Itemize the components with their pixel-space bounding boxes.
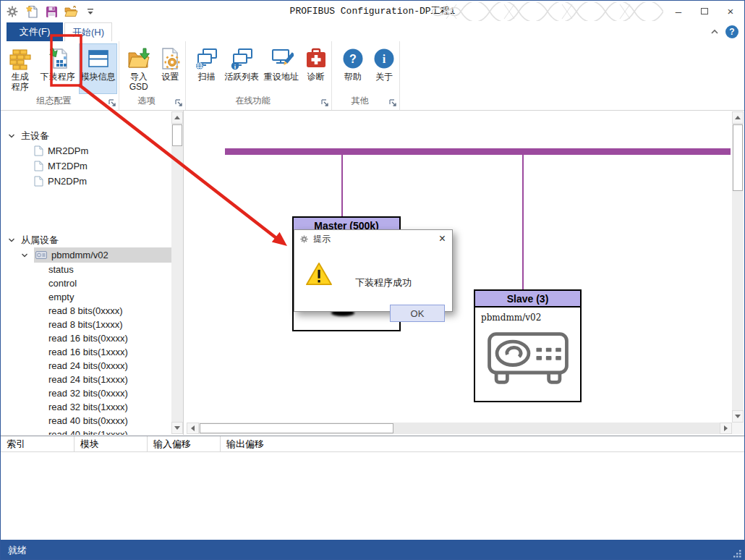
resize-grip[interactable] [733, 549, 742, 559]
scan-button[interactable]: 扫描 [192, 43, 221, 94]
tree-section-master-devices[interactable]: 主设备 [1, 128, 183, 143]
main-area: 主设备 MR2DPm MT2DPm PN2DPm 从属设备 [1, 111, 744, 435]
ribbon-group-other: ? 帮助 i 关于 其他 [332, 41, 400, 110]
bus-drop-line-master [341, 155, 343, 216]
reset-address-button[interactable]: 重设地址 [262, 43, 300, 94]
tree-item-mr2dpm[interactable]: MR2DPm [1, 143, 183, 158]
network-canvas: Master (500k) Slave (3) pbmdmm/v02 [186, 111, 745, 435]
scroll-down-button[interactable] [732, 410, 744, 423]
download-program-icon [46, 46, 70, 72]
scroll-down-button[interactable] [171, 422, 183, 434]
app-window: PROFIBUS Configuration-DP工程1 – × 文件(F) 开… [0, 0, 745, 560]
tree-section-slave-devices[interactable]: 从属设备 [1, 232, 183, 247]
tree-module-read40-0[interactable]: read 40 bits(0xxxx) [1, 414, 183, 428]
tree-module-read32-0[interactable]: read 32 bits(0xxxx) [1, 386, 183, 400]
maximize-icon [701, 8, 708, 14]
module-info-button[interactable]: 模块信息 [79, 43, 117, 94]
chevron-down-icon [8, 132, 15, 140]
tree-module-read16-0[interactable]: read 16 bits(0xxxx) [1, 331, 183, 345]
dialog-launcher-icon[interactable] [108, 98, 116, 107]
status-bar: 就绪 [1, 540, 744, 560]
group-label-online-functions: 在线功能 [186, 95, 320, 107]
bus-drop-line-slave [522, 155, 524, 289]
collapse-ribbon-icon[interactable] [710, 27, 720, 37]
svg-text:i: i [383, 53, 386, 65]
tree-item-mt2dpm[interactable]: MT2DPm [1, 158, 183, 174]
scrollbar-thumb[interactable] [172, 124, 182, 146]
projector-device-icon [475, 327, 580, 388]
tree-module-read24-0[interactable]: read 24 bits(0xxxx) [1, 359, 183, 373]
slave-node[interactable]: Slave (3) pbmdmm/v02 [474, 289, 582, 402]
tree-gap [1, 189, 183, 232]
import-gsd-button[interactable]: 导入GSD [122, 43, 155, 94]
canvas-horizontal-scrollbar[interactable] [187, 423, 732, 434]
scroll-right-button[interactable] [720, 423, 732, 434]
svg-text:?: ? [349, 53, 357, 65]
dialog-launcher-icon[interactable] [174, 98, 183, 107]
generate-program-button[interactable]: 生成程序 [4, 43, 36, 94]
tree-module-read8-0[interactable]: read 8 bits(0xxxx) [1, 304, 183, 318]
tree-module-status[interactable]: status [1, 263, 183, 276]
dialog-titlebar[interactable]: 提示 × [294, 230, 452, 247]
tree-scrollbar[interactable] [171, 111, 183, 434]
slave-node-header: Slave (3) [475, 291, 580, 307]
group-label-other: 其他 [332, 95, 388, 107]
minimize-button[interactable]: – [668, 3, 689, 19]
diagnostics-button[interactable]: 诊断 [302, 43, 330, 94]
tree-module-read24-1[interactable]: read 24 bits(1xxxx) [1, 373, 183, 386]
status-text: 就绪 [8, 544, 27, 557]
maximize-button[interactable] [694, 3, 715, 19]
scrollbar-corner [732, 423, 744, 434]
window-title: PROFIBUS Configuration-DP工程1 [1, 1, 744, 22]
scrollbar-thumb[interactable] [200, 423, 393, 433]
download-program-button[interactable]: 下装程序 [38, 43, 77, 94]
message-dialog: 提示 × 下装程序成功 OK [294, 229, 453, 312]
tree-module-read32-1[interactable]: read 32 bits(1xxxx) [1, 400, 183, 414]
module-info-icon [86, 46, 111, 72]
tab-home[interactable]: 开始(H) [64, 22, 112, 41]
ok-button[interactable]: OK [390, 305, 445, 322]
device-icon [35, 251, 47, 259]
scroll-up-button[interactable] [171, 111, 183, 124]
document-icon [34, 145, 43, 156]
scroll-left-button[interactable] [187, 423, 199, 434]
bricks-icon [8, 46, 33, 72]
column-header-output-offset[interactable]: 输出偏移 [221, 436, 744, 451]
tree-module-read16-1[interactable]: read 16 bits(1xxxx) [1, 345, 183, 359]
tree-item-pn2dpm[interactable]: PN2DPm [1, 174, 183, 189]
live-list-button[interactable]: i 活跃列表 [223, 43, 261, 94]
dialog-launcher-icon[interactable] [320, 98, 329, 107]
tree-module-empty[interactable]: empty [1, 290, 183, 304]
document-icon [34, 161, 43, 171]
ribbon-help-icon[interactable]: ? [725, 25, 738, 38]
close-button[interactable]: × [720, 3, 741, 19]
column-header-input-offset[interactable]: 输入偏移 [148, 436, 221, 451]
tree-module-read40-1[interactable]: read 40 bits(1xxxx) [1, 428, 183, 435]
diagnostics-icon [304, 46, 328, 72]
dialog-launcher-icon[interactable] [388, 98, 397, 107]
scroll-up-button[interactable] [732, 111, 744, 124]
help-button[interactable]: ? 帮助 [339, 43, 367, 94]
profibus-bus-line [225, 148, 731, 155]
tree-module-read8-1[interactable]: read 8 bits(1xxxx) [1, 318, 183, 331]
import-gsd-icon [127, 46, 151, 72]
column-header-index[interactable]: 索引 [1, 436, 74, 451]
window-controls: – × [668, 3, 741, 19]
dialog-close-icon[interactable]: × [439, 232, 446, 246]
column-header-module[interactable]: 模块 [74, 436, 148, 451]
tree-module-control[interactable]: control [1, 276, 183, 290]
scrollbar-thumb[interactable] [733, 124, 743, 191]
dialog-body: 下装程序成功 OK [294, 247, 452, 313]
settings-icon [158, 46, 182, 72]
reset-address-icon [269, 46, 294, 72]
group-label-options: 选项 [119, 95, 174, 107]
tree-item-pbmdmm-v02[interactable]: pbmdmm/v02 [1, 247, 183, 263]
canvas-vertical-scrollbar[interactable] [732, 111, 744, 423]
tab-file[interactable]: 文件(F) [7, 22, 63, 41]
dialog-message: 下装程序成功 [355, 276, 412, 289]
tree-selection-highlight: pbmdmm/v02 [34, 247, 183, 263]
help-icon: ? [341, 46, 365, 72]
settings-button[interactable]: 设置 [156, 43, 184, 94]
live-list-icon: i [229, 46, 254, 72]
about-button[interactable]: i 关于 [371, 43, 399, 94]
